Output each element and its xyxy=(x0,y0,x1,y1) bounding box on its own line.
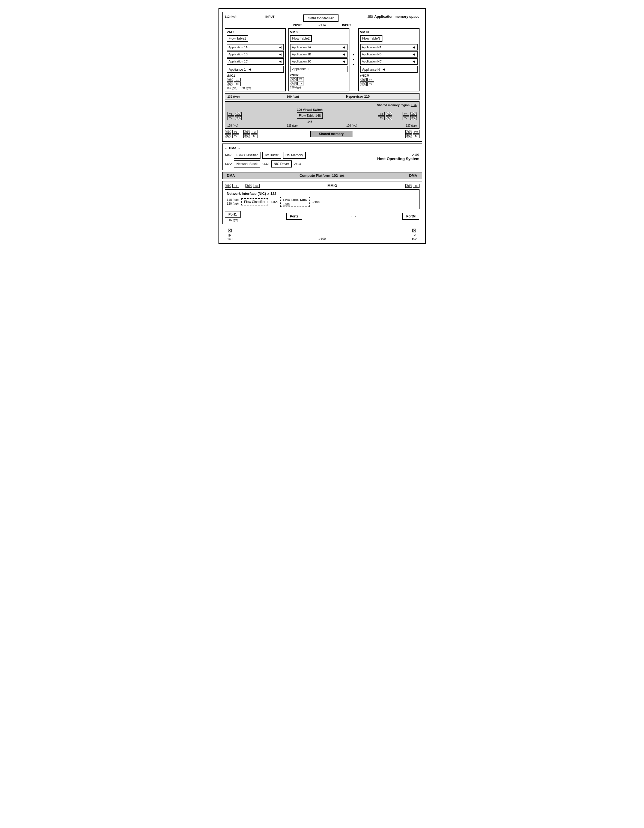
bottom-labels: ⊠ IP 140 ↙100 ⊠ IP 152 xyxy=(222,227,422,241)
vm1-flow-table: Flow Table1 xyxy=(227,35,249,42)
app-memory-header: 108 Application memory space xyxy=(368,14,420,19)
ip-left-label: IP xyxy=(228,234,231,237)
flow-classifier-box: Flow Classifier xyxy=(234,152,260,159)
mmio-label: MMIO xyxy=(261,183,404,188)
nic-tx2: Tx xyxy=(253,184,260,188)
sm-v1tx: V1 Tx xyxy=(227,112,234,120)
ref-130: 130 (typ) xyxy=(240,86,251,89)
ip-right: ⊠ IP 152 xyxy=(412,227,417,241)
nic-label-area: Network interface (NIC) ↙ 122 xyxy=(227,191,277,196)
vmN-column: VM N Flow TableN Application NA ◄ Applic… xyxy=(358,28,420,91)
ref-100: ↙100 xyxy=(318,237,326,241)
vmN-appliance: Appliance N ◄ xyxy=(360,66,418,73)
host-os-label: Host Operating System xyxy=(377,157,420,161)
ref-127: 127 (typ) xyxy=(406,124,417,127)
nic-txM: Tx xyxy=(413,184,420,188)
sm-vNtx: VN Tx xyxy=(403,112,409,120)
ref-106: 106 xyxy=(340,174,345,177)
nic-rx2: Rx xyxy=(246,184,252,188)
flow-table-148: Flow Table 148 xyxy=(297,112,323,119)
p1tx: P1 Tx xyxy=(232,130,239,138)
pMrx: PM Rx xyxy=(405,130,412,138)
p1rx: P1 Rx xyxy=(225,130,231,138)
vm1-v1rx2: Rx xyxy=(227,82,233,86)
vm2-vnic-ports: V2 Rx V2 Tx xyxy=(290,77,348,85)
vmN-vnrx2: Rx xyxy=(360,82,367,86)
rx-buffer-box: Rx Buffer xyxy=(262,152,281,159)
flow-table-nic-box: Flow Table 148a 148a xyxy=(280,197,309,207)
host-os-left: ← DMA → 146↙ Flow Classifier Rx Buffer O… xyxy=(225,146,374,168)
ref-142: 142↙ xyxy=(225,162,232,166)
sm-v2tx: V2 Tx xyxy=(378,112,385,120)
sm-v1rx: V1 Rx xyxy=(235,112,242,120)
vm2-column: VM 2 Flow Table2 Application 2A ◄ Applic… xyxy=(288,28,349,91)
host-os-right: ↙107 Host Operating System xyxy=(377,146,420,168)
shared-mem-ports-row: V1 Tx V1 Rx 109 Virtual Switch xyxy=(227,108,417,124)
vm2-app2: Application 2B ◄ xyxy=(290,51,348,58)
vm2-v2rx2: Rx xyxy=(290,82,296,85)
ref-120: 120 (typ) xyxy=(227,202,239,205)
ref-118: 118 (typ) xyxy=(227,198,239,201)
p2tx: P2 Tx xyxy=(251,130,257,138)
port1-label: Port1 xyxy=(225,211,241,218)
compute-platform-bar: DMA Compute Platform 102 106 DMA xyxy=(222,172,422,179)
vm1-title: VM 1 xyxy=(227,30,284,34)
page: 112 (typ) INPUT SDN Controller 108 Appli… xyxy=(216,5,429,247)
ref-144-label: 144↙ xyxy=(262,162,269,166)
os-memory-box: OS Memory xyxy=(283,152,306,159)
vm1-column: VM 1 Flow Table1 Application 1A ◄ Applic… xyxy=(225,28,286,91)
ref-146: 146↙ xyxy=(225,154,232,157)
vm1-v1tx2: Tx xyxy=(234,82,241,86)
vm1-vnic: vNIC1 V1 Rx V1 Tx xyxy=(227,74,284,86)
hypervisor-label: Hypervisor xyxy=(346,95,364,99)
nic-rxM: Rx xyxy=(405,184,412,188)
flow-classifier-nic-box: Flow Classifier xyxy=(241,198,268,205)
ref-132: 132 (typ) xyxy=(227,95,240,98)
vmN-title: VM N xyxy=(360,30,418,34)
vm1-app1: Application 1A ◄ xyxy=(227,44,284,50)
portM-label: PortM xyxy=(402,213,419,220)
vm2-v2rx: V2 xyxy=(290,77,296,81)
shared-memory-label: Shared memory xyxy=(310,131,353,137)
input-vmN: INPUT xyxy=(342,24,351,27)
ref-104: ↙104 xyxy=(312,200,320,204)
vm1-vnic-ports: V1 Rx V1 Tx xyxy=(227,78,284,86)
nic-inner-content: 118 (typ) 120 (typ) Flow Classifier 146a… xyxy=(227,197,417,207)
sdn-label: SDN Controller xyxy=(308,16,334,20)
nic-section: Rx Tx Rx Tx MMIO Rx Tx xyxy=(222,181,422,224)
network-stack-box: Network Stack xyxy=(234,160,260,168)
ref-148: 148 xyxy=(297,120,323,123)
ref-140: 140 xyxy=(227,237,232,241)
vm1-v1tx: V1 xyxy=(234,78,241,82)
nic-top-ports: Rx Tx Rx Tx MMIO Rx Tx xyxy=(225,183,420,188)
vm2-title: VM 2 xyxy=(290,30,348,34)
sm-vNrx: VN Rx xyxy=(410,112,417,120)
vm2-app3: Application 2C ◄ xyxy=(290,58,348,65)
port1-area: Port1 116 (typ) xyxy=(225,211,241,221)
vm2-v2tx2: Tx xyxy=(297,82,304,85)
ref-146a: 146a xyxy=(271,200,277,204)
vswitch-ref: 109 xyxy=(297,108,302,111)
nic-rx1: Rx xyxy=(225,184,231,188)
flow-classifier-row: 146↙ Flow Classifier Rx Buffer OS Memory xyxy=(225,152,374,159)
vmN-app1: Application NA ◄ xyxy=(360,44,418,50)
ref-148a: 148a xyxy=(283,202,307,205)
vswitch-label-area: 109 Virtual Switch Flow Table 148 148 xyxy=(243,108,377,124)
vmN-vnrx: VN xyxy=(360,78,367,82)
sdn-controller-box: SDN Controller xyxy=(303,14,338,22)
ip-left: ⊠ IP 140 xyxy=(227,227,232,241)
phys-ports-row: P1 Rx P1 Tx P2 Rx P2 Tx xyxy=(225,130,420,138)
dots-column: • • • xyxy=(352,28,356,91)
shared-mem-label: Shared memory region xyxy=(377,104,410,107)
outer-diagram-box: 112 (typ) INPUT SDN Controller 108 Appli… xyxy=(218,8,426,244)
ref-129: 129 (typ) xyxy=(287,124,298,127)
vm-columns: VM 1 Flow Table1 Application 1A ◄ Applic… xyxy=(225,28,420,91)
sm-dots: ··· xyxy=(393,113,401,118)
compute-platform-ref: 102 xyxy=(332,174,338,177)
ip-right-label: IP xyxy=(413,234,416,237)
vmN-app2: Application NB ◄ xyxy=(360,51,418,58)
vm1-v1rx: V1 xyxy=(227,78,233,82)
vmN-vntx2: Tx xyxy=(367,82,374,86)
ref-124: ↙124 xyxy=(293,162,301,166)
fig-label-area: ↙100 xyxy=(318,236,326,241)
